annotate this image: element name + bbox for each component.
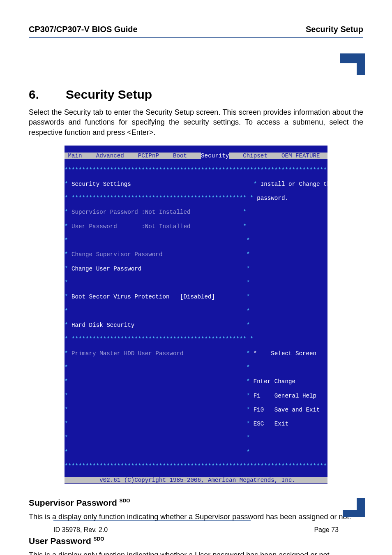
divider-stars-2: ****************************************… [71, 336, 247, 342]
svg-rect-1 [343, 510, 365, 517]
section-intro: Select the Security tab to enter the Sec… [29, 107, 363, 137]
supervisor-password-label: Supervisor Password : [71, 209, 145, 215]
subheading-user: User Password SDO [29, 536, 363, 546]
border-stars: ****************************************… [65, 167, 327, 173]
bios-screenshot: Main Advanced PCIPnP Boot Security Chips… [65, 146, 327, 484]
help-line-2: password. [257, 195, 288, 201]
header-rule [29, 37, 363, 38]
tab-advanced[interactable]: Advanced [96, 153, 124, 159]
select-screen-arrow: * [254, 350, 257, 357]
footer-id: ID 35978, Rev. 2.0 [53, 526, 108, 534]
tab-security[interactable]: Security [201, 153, 229, 159]
help-f10-label: Save and Exit [274, 407, 320, 413]
doc-title-left: CP307/CP307-V BIOS Guide [29, 25, 138, 34]
change-supervisor-password-item[interactable]: Change Supervisor Password [71, 251, 162, 258]
sdo-badge-2: SDO [94, 536, 104, 542]
section-number: 6. [29, 88, 66, 102]
section-heading: 6.Security Setup [29, 88, 363, 102]
help-enter-label: Change [274, 378, 295, 385]
footer-rule [53, 520, 251, 521]
brand-corner-icon [340, 53, 365, 75]
help-f1-key: F1 [254, 393, 261, 399]
boot-sector-value: [Disabled] [180, 294, 215, 300]
user-password-value: Not Installed [145, 223, 191, 230]
user-body: This is a display only function indicati… [29, 550, 363, 555]
divider-stars: ****************************************… [71, 195, 247, 201]
user-password-label: User Password : [71, 223, 145, 230]
help-esc-key: ESC [254, 421, 264, 427]
help-f10-key: F10 [254, 407, 264, 413]
help-esc-label: Exit [274, 421, 288, 427]
sdo-badge-1: SDO [120, 498, 130, 504]
footer-page: Page 73 [314, 526, 339, 534]
border-stars-bottom: ****************************************… [65, 463, 327, 469]
tab-chipset[interactable]: Chipset [243, 153, 267, 159]
help-enter-key: Enter [254, 378, 271, 385]
hard-disk-security-heading: Hard Disk Security [71, 322, 134, 328]
doc-title-right: Security Setup [306, 25, 363, 34]
footer-corner-icon [343, 498, 365, 517]
subheading-user-text: User Password [29, 536, 94, 546]
tab-pcipnp[interactable]: PCIPnP [138, 153, 159, 159]
help-line-1: Install or Change the [261, 181, 327, 187]
help-select-screen: Select Screen [271, 350, 316, 357]
subheading-supervisor-text: Supervisor Password [29, 498, 120, 507]
subheading-supervisor: Supervisor Password SDO [29, 498, 363, 508]
help-f1-label: General Help [274, 393, 316, 399]
security-settings-heading: Security Settings [71, 181, 131, 187]
supervisor-password-value: Not Installed [145, 209, 191, 215]
change-user-password-item[interactable]: Change User Password [71, 266, 141, 272]
tab-oem[interactable]: OEM FEATURE [281, 153, 320, 159]
tab-main[interactable]: Main [68, 153, 82, 159]
section-title: Security Setup [66, 88, 152, 101]
bios-footer: v02.61 (C)Copyright 1985-2006, American … [99, 477, 295, 483]
boot-sector-item[interactable]: Boot Sector Virus Protection [71, 294, 169, 300]
tab-boot[interactable]: Boot [173, 153, 187, 159]
primary-master-item[interactable]: Primary Master HDD User Password [71, 350, 183, 357]
